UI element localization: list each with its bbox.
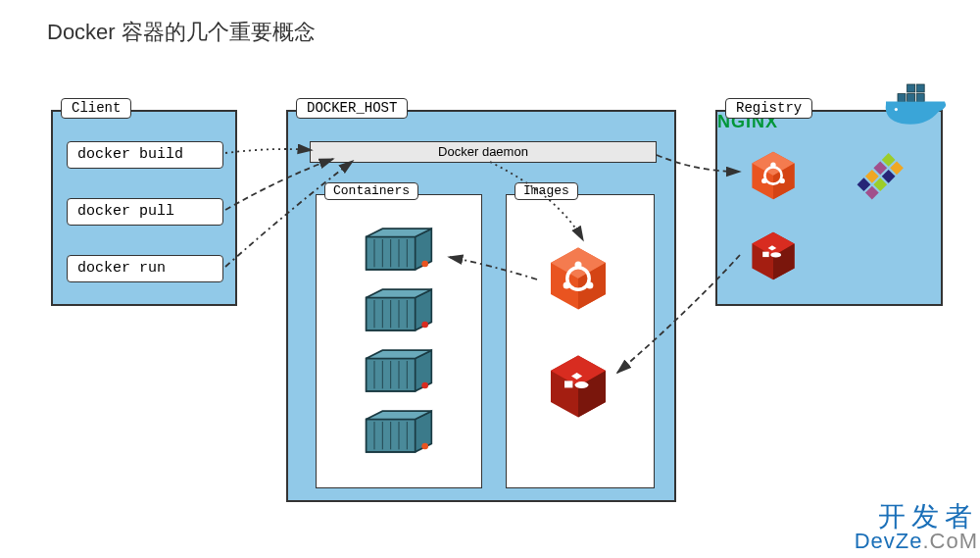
svg-point-8 — [421, 261, 428, 268]
svg-point-55 — [779, 178, 784, 183]
images-label: Images — [514, 182, 578, 200]
containers-panel: Containers — [316, 194, 482, 488]
svg-rect-60 — [865, 170, 879, 183]
svg-rect-62 — [858, 178, 871, 191]
watermark-en: DevZe.CoM — [855, 531, 978, 552]
page-title: Docker 容器的几个重要概念 — [47, 18, 316, 47]
svg-rect-63 — [865, 186, 879, 200]
docker-host-panel: DOCKER_HOST Docker daemon Containers Ima… — [286, 110, 676, 502]
container-cube-icon — [356, 225, 442, 274]
svg-rect-48 — [564, 380, 572, 387]
svg-point-42 — [586, 282, 593, 289]
container-cube-icon — [356, 346, 442, 395]
svg-rect-58 — [873, 161, 887, 175]
ubuntu-image-icon — [544, 244, 612, 313]
registry-label: Registry — [725, 98, 812, 119]
svg-point-35 — [421, 443, 428, 450]
svg-rect-69 — [762, 252, 768, 257]
svg-rect-57 — [890, 161, 904, 175]
svg-rect-71 — [907, 94, 915, 102]
client-label: Client — [61, 98, 131, 119]
watermark-cn: 开发者 — [855, 503, 978, 531]
redis-registry-icon — [747, 229, 800, 282]
svg-point-26 — [421, 382, 428, 389]
svg-rect-74 — [916, 84, 924, 92]
svg-rect-73 — [907, 84, 915, 92]
svg-rect-56 — [882, 153, 896, 167]
registry-panel: Registry NGINX — [715, 110, 943, 306]
svg-point-41 — [564, 282, 570, 289]
svg-point-17 — [421, 322, 428, 329]
svg-point-68 — [770, 252, 781, 257]
container-cube-icon — [356, 285, 442, 334]
ubuntu-registry-icon — [747, 149, 800, 202]
docker-whale-icon — [882, 76, 960, 135]
redis-image-icon — [544, 352, 612, 421]
watermark: 开发者 DevZe.CoM — [855, 503, 978, 552]
svg-point-47 — [575, 381, 589, 388]
svg-point-54 — [761, 178, 766, 183]
docker-daemon-box: Docker daemon — [310, 141, 657, 163]
cmd-docker-pull: docker pull — [67, 198, 223, 226]
svg-rect-61 — [873, 178, 887, 191]
docker-host-label: DOCKER_HOST — [296, 98, 408, 119]
cmd-docker-run: docker run — [67, 255, 223, 282]
cmd-docker-build: docker build — [67, 141, 223, 169]
centos-registry-icon — [855, 149, 907, 202]
client-panel: Client docker build docker pull docker r… — [51, 110, 237, 306]
containers-label: Containers — [324, 182, 418, 200]
svg-rect-59 — [882, 170, 896, 183]
container-cube-icon — [356, 407, 442, 456]
svg-point-75 — [895, 108, 898, 111]
svg-rect-72 — [916, 94, 924, 102]
svg-point-53 — [770, 163, 775, 168]
svg-point-40 — [575, 262, 582, 269]
svg-rect-70 — [898, 94, 906, 102]
images-panel: Images — [506, 194, 655, 488]
